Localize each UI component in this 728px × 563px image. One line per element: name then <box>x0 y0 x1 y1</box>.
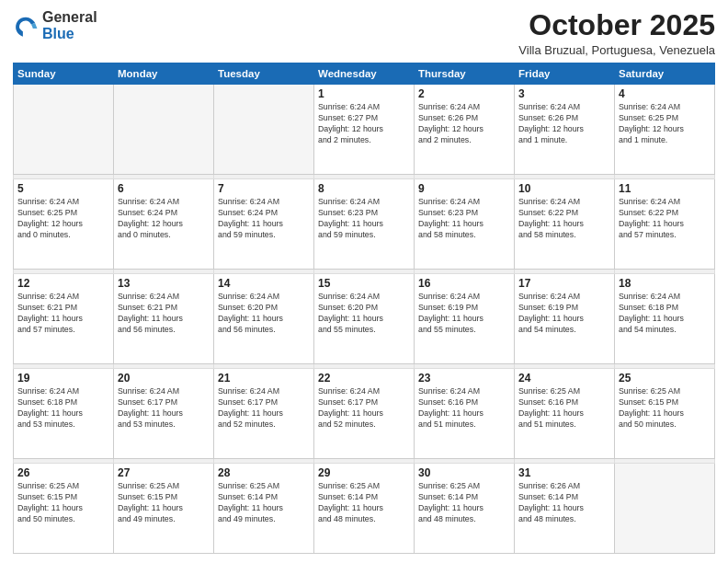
day-info: Sunrise: 6:25 AM Sunset: 6:16 PM Dayligh… <box>518 386 610 431</box>
month-title: October 2025 <box>518 9 715 41</box>
day-number: 24 <box>518 372 610 385</box>
calendar-day-cell: 20Sunrise: 6:24 AM Sunset: 6:17 PM Dayli… <box>114 368 214 458</box>
day-number: 22 <box>318 372 410 385</box>
calendar-day-cell: 30Sunrise: 6:25 AM Sunset: 6:14 PM Dayli… <box>415 463 515 553</box>
calendar-day-cell: 23Sunrise: 6:24 AM Sunset: 6:16 PM Dayli… <box>415 368 515 458</box>
logo-icon <box>13 13 39 39</box>
day-number: 12 <box>17 277 109 290</box>
day-info: Sunrise: 6:25 AM Sunset: 6:14 PM Dayligh… <box>218 481 310 525</box>
calendar-day-cell: 6Sunrise: 6:24 AM Sunset: 6:24 PM Daylig… <box>114 179 214 270</box>
day-number: 3 <box>518 87 610 100</box>
day-info: Sunrise: 6:24 AM Sunset: 6:18 PM Dayligh… <box>17 386 109 431</box>
day-info: Sunrise: 6:25 AM Sunset: 6:15 PM Dayligh… <box>118 481 210 525</box>
calendar-day-cell <box>214 85 314 175</box>
day-info: Sunrise: 6:24 AM Sunset: 6:23 PM Dayligh… <box>318 197 410 241</box>
day-info: Sunrise: 6:25 AM Sunset: 6:14 PM Dayligh… <box>318 481 410 525</box>
calendar-day-cell: 3Sunrise: 6:24 AM Sunset: 6:26 PM Daylig… <box>515 85 615 175</box>
calendar-day-cell: 19Sunrise: 6:24 AM Sunset: 6:18 PM Dayli… <box>14 368 114 458</box>
header-wednesday: Wednesday <box>314 63 415 85</box>
calendar-day-cell: 1Sunrise: 6:24 AM Sunset: 6:27 PM Daylig… <box>314 85 415 175</box>
day-info: Sunrise: 6:24 AM Sunset: 6:20 PM Dayligh… <box>218 292 310 336</box>
calendar-day-cell: 11Sunrise: 6:24 AM Sunset: 6:22 PM Dayli… <box>615 179 715 270</box>
day-number: 15 <box>318 277 410 290</box>
calendar-day-cell: 10Sunrise: 6:24 AM Sunset: 6:22 PM Dayli… <box>515 179 615 270</box>
logo-text: General Blue <box>42 9 97 41</box>
day-number: 11 <box>619 182 711 195</box>
day-number: 18 <box>619 277 711 290</box>
day-number: 29 <box>318 466 410 479</box>
calendar-table: Sunday Monday Tuesday Wednesday Thursday… <box>13 63 715 554</box>
header-thursday: Thursday <box>415 63 515 85</box>
day-info: Sunrise: 6:25 AM Sunset: 6:15 PM Dayligh… <box>619 386 711 431</box>
day-number: 9 <box>418 182 510 195</box>
day-number: 2 <box>418 87 510 100</box>
calendar-day-cell: 29Sunrise: 6:25 AM Sunset: 6:14 PM Dayli… <box>314 463 415 553</box>
day-number: 8 <box>318 182 410 195</box>
calendar-week-row: 1Sunrise: 6:24 AM Sunset: 6:27 PM Daylig… <box>14 85 715 175</box>
day-number: 19 <box>17 372 109 385</box>
calendar-day-cell: 4Sunrise: 6:24 AM Sunset: 6:25 PM Daylig… <box>615 85 715 175</box>
day-number: 30 <box>418 466 510 479</box>
day-info: Sunrise: 6:25 AM Sunset: 6:15 PM Dayligh… <box>17 481 109 525</box>
calendar-day-cell: 28Sunrise: 6:25 AM Sunset: 6:14 PM Dayli… <box>214 463 314 553</box>
calendar-day-cell <box>14 85 114 175</box>
calendar-day-cell: 2Sunrise: 6:24 AM Sunset: 6:26 PM Daylig… <box>415 85 515 175</box>
weekday-header-row: Sunday Monday Tuesday Wednesday Thursday… <box>14 63 715 85</box>
calendar-week-row: 19Sunrise: 6:24 AM Sunset: 6:18 PM Dayli… <box>14 368 715 458</box>
calendar-day-cell: 17Sunrise: 6:24 AM Sunset: 6:19 PM Dayli… <box>515 274 615 364</box>
day-info: Sunrise: 6:24 AM Sunset: 6:27 PM Dayligh… <box>318 102 410 146</box>
day-info: Sunrise: 6:24 AM Sunset: 6:16 PM Dayligh… <box>418 386 510 431</box>
calendar-day-cell: 27Sunrise: 6:25 AM Sunset: 6:15 PM Dayli… <box>114 463 214 553</box>
header-saturday: Saturday <box>615 63 715 85</box>
day-number: 25 <box>619 372 711 385</box>
day-info: Sunrise: 6:24 AM Sunset: 6:19 PM Dayligh… <box>518 292 610 336</box>
day-info: Sunrise: 6:24 AM Sunset: 6:25 PM Dayligh… <box>619 102 711 146</box>
calendar-day-cell <box>615 463 715 553</box>
day-info: Sunrise: 6:24 AM Sunset: 6:19 PM Dayligh… <box>418 292 510 336</box>
day-info: Sunrise: 6:24 AM Sunset: 6:17 PM Dayligh… <box>218 386 310 431</box>
day-number: 31 <box>518 466 610 479</box>
day-number: 6 <box>118 182 210 195</box>
header-monday: Monday <box>114 63 214 85</box>
page: General Blue October 2025 Villa Bruzual,… <box>0 0 728 563</box>
calendar-day-cell: 16Sunrise: 6:24 AM Sunset: 6:19 PM Dayli… <box>415 274 515 364</box>
calendar-day-cell: 12Sunrise: 6:24 AM Sunset: 6:21 PM Dayli… <box>14 274 114 364</box>
day-info: Sunrise: 6:24 AM Sunset: 6:25 PM Dayligh… <box>17 197 109 241</box>
day-info: Sunrise: 6:24 AM Sunset: 6:18 PM Dayligh… <box>619 292 711 336</box>
calendar-day-cell: 25Sunrise: 6:25 AM Sunset: 6:15 PM Dayli… <box>615 368 715 458</box>
day-number: 20 <box>118 372 210 385</box>
day-info: Sunrise: 6:24 AM Sunset: 6:22 PM Dayligh… <box>518 197 610 241</box>
calendar-day-cell: 5Sunrise: 6:24 AM Sunset: 6:25 PM Daylig… <box>14 179 114 270</box>
day-number: 13 <box>118 277 210 290</box>
day-number: 28 <box>218 466 310 479</box>
header-sunday: Sunday <box>14 63 114 85</box>
calendar-week-row: 26Sunrise: 6:25 AM Sunset: 6:15 PM Dayli… <box>14 463 715 553</box>
day-info: Sunrise: 6:24 AM Sunset: 6:21 PM Dayligh… <box>17 292 109 336</box>
day-info: Sunrise: 6:24 AM Sunset: 6:24 PM Dayligh… <box>218 197 310 241</box>
day-info: Sunrise: 6:24 AM Sunset: 6:21 PM Dayligh… <box>118 292 210 336</box>
day-number: 17 <box>518 277 610 290</box>
calendar-day-cell: 14Sunrise: 6:24 AM Sunset: 6:20 PM Dayli… <box>214 274 314 364</box>
header-right: October 2025 Villa Bruzual, Portuguesa, … <box>518 9 715 57</box>
calendar-day-cell: 7Sunrise: 6:24 AM Sunset: 6:24 PM Daylig… <box>214 179 314 270</box>
day-info: Sunrise: 6:25 AM Sunset: 6:14 PM Dayligh… <box>418 481 510 525</box>
day-info: Sunrise: 6:24 AM Sunset: 6:22 PM Dayligh… <box>619 197 711 241</box>
calendar-day-cell <box>114 85 214 175</box>
calendar-day-cell: 26Sunrise: 6:25 AM Sunset: 6:15 PM Dayli… <box>14 463 114 553</box>
day-info: Sunrise: 6:24 AM Sunset: 6:23 PM Dayligh… <box>418 197 510 241</box>
calendar-day-cell: 13Sunrise: 6:24 AM Sunset: 6:21 PM Dayli… <box>114 274 214 364</box>
calendar-day-cell: 18Sunrise: 6:24 AM Sunset: 6:18 PM Dayli… <box>615 274 715 364</box>
calendar-day-cell: 21Sunrise: 6:24 AM Sunset: 6:17 PM Dayli… <box>214 368 314 458</box>
day-number: 21 <box>218 372 310 385</box>
calendar-week-row: 5Sunrise: 6:24 AM Sunset: 6:25 PM Daylig… <box>14 179 715 270</box>
calendar-day-cell: 31Sunrise: 6:26 AM Sunset: 6:14 PM Dayli… <box>515 463 615 553</box>
day-info: Sunrise: 6:26 AM Sunset: 6:14 PM Dayligh… <box>518 481 610 525</box>
header-friday: Friday <box>515 63 615 85</box>
day-number: 27 <box>118 466 210 479</box>
logo-general: General <box>42 9 97 25</box>
day-info: Sunrise: 6:24 AM Sunset: 6:26 PM Dayligh… <box>518 102 610 146</box>
day-info: Sunrise: 6:24 AM Sunset: 6:24 PM Dayligh… <box>118 197 210 241</box>
day-info: Sunrise: 6:24 AM Sunset: 6:17 PM Dayligh… <box>318 386 410 431</box>
header-tuesday: Tuesday <box>214 63 314 85</box>
calendar-day-cell: 22Sunrise: 6:24 AM Sunset: 6:17 PM Dayli… <box>314 368 415 458</box>
